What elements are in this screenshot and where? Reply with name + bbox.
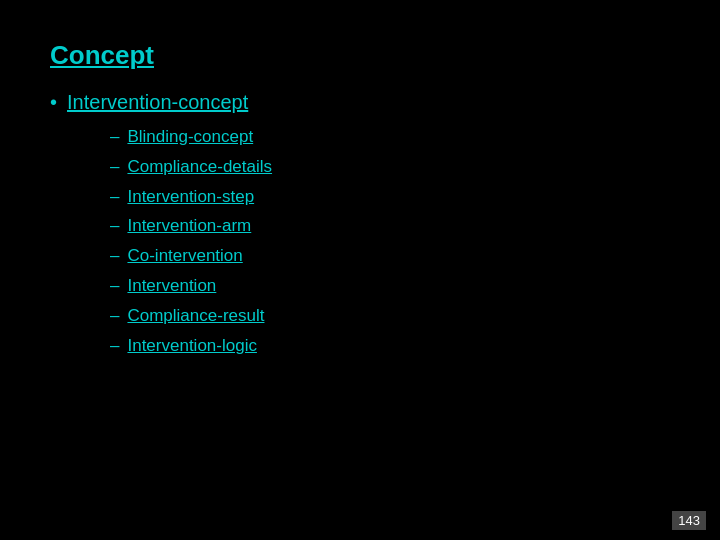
sub-item-intervention: – Intervention [110,274,670,298]
sub-item-compliance-result: – Compliance-result [110,304,670,328]
page-number: 143 [672,511,706,530]
sub-item-intervention-logic: – Intervention-logic [110,334,670,358]
dash-icon: – [110,214,119,238]
page-container: Concept • Intervention-concept – Blindin… [0,0,720,540]
sub-item-co-intervention: – Co-intervention [110,244,670,268]
bullet-dot: • [50,89,57,115]
bullet-item: • Intervention-concept [50,89,670,115]
sub-item-blinding: – Blinding-concept [110,125,670,149]
co-intervention-link[interactable]: Co-intervention [127,244,242,268]
page-title: Concept [50,40,670,71]
intervention-logic-link[interactable]: Intervention-logic [127,334,256,358]
dash-icon: – [110,125,119,149]
sub-item-intervention-step: – Intervention-step [110,185,670,209]
sub-item-intervention-arm: – Intervention-arm [110,214,670,238]
compliance-details-link[interactable]: Compliance-details [127,155,272,179]
dash-icon: – [110,274,119,298]
compliance-result-link[interactable]: Compliance-result [127,304,264,328]
blinding-concept-link[interactable]: Blinding-concept [127,125,253,149]
intervention-concept-link[interactable]: Intervention-concept [67,89,248,115]
dash-icon: – [110,334,119,358]
sub-list: – Blinding-concept – Compliance-details … [110,125,670,357]
dash-icon: – [110,244,119,268]
dash-icon: – [110,185,119,209]
intervention-arm-link[interactable]: Intervention-arm [127,214,251,238]
intervention-link[interactable]: Intervention [127,274,216,298]
dash-icon: – [110,304,119,328]
dash-icon: – [110,155,119,179]
intervention-step-link[interactable]: Intervention-step [127,185,254,209]
sub-item-compliance-details: – Compliance-details [110,155,670,179]
